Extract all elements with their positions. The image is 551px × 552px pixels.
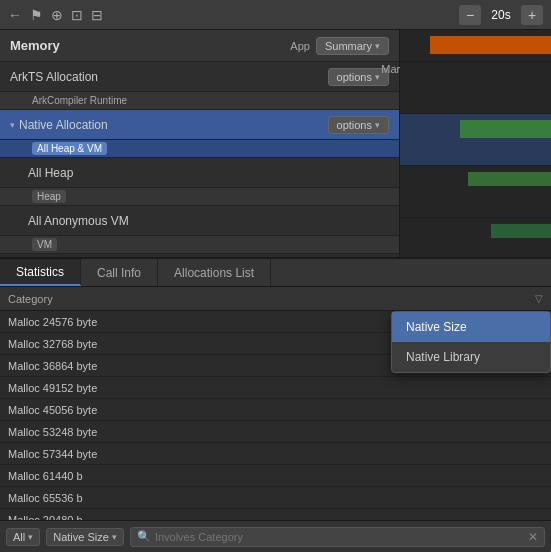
summary-button[interactable]: Summary ▾ bbox=[316, 37, 389, 55]
all-anon-track-row[interactable]: All Anonymous VM bbox=[0, 206, 399, 236]
back-icon[interactable]: ← bbox=[8, 7, 22, 23]
search-input[interactable] bbox=[155, 531, 524, 543]
tab-call-info[interactable]: Call Info bbox=[81, 259, 158, 286]
filter-funnel-icon[interactable]: ▽ bbox=[535, 293, 543, 304]
native-bar bbox=[460, 120, 551, 138]
vm-tag: VM bbox=[32, 238, 57, 251]
all-filter-select[interactable]: All ▾ bbox=[6, 528, 40, 546]
size-filter-arrow: ▾ bbox=[112, 532, 117, 542]
arkts-label: ArkTS Allocation bbox=[10, 70, 328, 84]
native-sub-tag: All Heap & VM bbox=[32, 142, 107, 155]
table-body[interactable]: Malloc 24576 byte Malloc 32768 byte Mall… bbox=[0, 311, 551, 520]
filter-icon[interactable]: ⊟ bbox=[91, 7, 103, 23]
all-heap-track-row[interactable]: All Heap bbox=[0, 158, 399, 188]
clear-search-button[interactable]: ✕ bbox=[528, 530, 538, 544]
table-row[interactable]: Malloc 20480 b bbox=[0, 509, 551, 520]
track-list: Memory App Summary ▾ ArkTS Allocation op… bbox=[0, 30, 400, 290]
tabs-bar: Statistics Call Info Allocations List bbox=[0, 259, 551, 287]
tab-statistics[interactable]: Statistics bbox=[0, 259, 81, 286]
heap-sub-label: Heap bbox=[0, 188, 399, 206]
native-chevron-icon: ▾ bbox=[10, 120, 15, 130]
table-row[interactable]: Malloc 45056 byte bbox=[0, 399, 551, 421]
arkts-options-button[interactable]: options ▾ bbox=[328, 68, 389, 86]
memory-chart-row bbox=[400, 30, 551, 62]
tab-allocations-list[interactable]: Allocations List bbox=[158, 259, 271, 286]
timer-value: 20s bbox=[487, 8, 515, 22]
native-sub-label: All Heap & VM bbox=[0, 140, 399, 158]
bottom-panel: Statistics Call Info Allocations List Ca… bbox=[0, 257, 551, 552]
memory-sub: App bbox=[290, 40, 310, 52]
all-heap-label: All Heap bbox=[28, 166, 389, 180]
timer-plus-button[interactable]: + bbox=[521, 5, 543, 25]
all-filter-arrow: ▾ bbox=[28, 532, 33, 542]
timer-minus-button[interactable]: − bbox=[459, 5, 481, 25]
native-options-label: options bbox=[337, 119, 372, 131]
native-size-dropdown: Native Size Native Library bbox=[391, 311, 551, 373]
all-filter-label: All bbox=[13, 531, 25, 543]
table-row[interactable]: Malloc 53248 byte bbox=[0, 421, 551, 443]
all-heap-bar bbox=[468, 172, 551, 186]
native-options-button[interactable]: options ▾ bbox=[328, 116, 389, 134]
memory-bar bbox=[430, 36, 551, 54]
native-allocation-track-row[interactable]: ▾ Native Allocation options ▾ bbox=[0, 110, 399, 140]
arkts-options-arrow: ▾ bbox=[375, 72, 380, 82]
arkts-options-label: options bbox=[337, 71, 372, 83]
camera-icon[interactable]: ⊡ bbox=[71, 7, 83, 23]
table-header: Category ▽ bbox=[0, 287, 551, 311]
arkts-sub-label: ArkCompiler Runtime bbox=[0, 92, 399, 110]
size-filter-label: Native Size bbox=[53, 531, 109, 543]
vm-sub-label: VM bbox=[0, 236, 399, 254]
table-row[interactable]: Malloc 49152 byte bbox=[0, 377, 551, 399]
summary-dropdown-arrow: ▾ bbox=[375, 41, 380, 51]
arkts-track-row[interactable]: ArkTS Allocation options ▾ bbox=[0, 62, 399, 92]
native-chart-row bbox=[400, 114, 551, 166]
heap-tag: Heap bbox=[32, 190, 66, 203]
category-column-header: Category bbox=[8, 293, 535, 305]
search-icon: 🔍 bbox=[137, 530, 151, 543]
size-filter-select[interactable]: Native Size ▾ bbox=[46, 528, 124, 546]
table-row[interactable]: Malloc 57344 byte bbox=[0, 443, 551, 465]
toolbar: ← ⚑ ⊕ ⊡ ⊟ − 20s + bbox=[0, 0, 551, 30]
table-row[interactable]: Malloc 65536 b bbox=[0, 487, 551, 509]
native-options-arrow: ▾ bbox=[375, 120, 380, 130]
summary-label: Summary bbox=[325, 40, 372, 52]
native-label: Native Allocation bbox=[19, 118, 328, 132]
flag-icon[interactable]: ⚑ bbox=[30, 7, 43, 23]
memory-label: Memory bbox=[10, 38, 284, 53]
dropdown-item-native-library[interactable]: Native Library bbox=[392, 342, 550, 372]
all-anon-label: All Anonymous VM bbox=[28, 214, 389, 228]
all-heap-chart-row bbox=[400, 166, 551, 218]
timer-controls: − 20s + bbox=[459, 5, 543, 25]
arkts-chart-row bbox=[400, 62, 551, 114]
add-icon[interactable]: ⊕ bbox=[51, 7, 63, 23]
all-anon-bar bbox=[491, 224, 551, 238]
dropdown-item-native-size[interactable]: Native Size bbox=[392, 312, 550, 342]
filter-bar: All ▾ Native Size ▾ 🔍 ✕ bbox=[0, 520, 551, 552]
chart-area bbox=[400, 30, 551, 290]
table-row[interactable]: Malloc 61440 b Native Size Native Librar… bbox=[0, 465, 551, 487]
search-box[interactable]: 🔍 ✕ bbox=[130, 527, 545, 547]
memory-track-header[interactable]: Memory App Summary ▾ bbox=[0, 30, 399, 62]
